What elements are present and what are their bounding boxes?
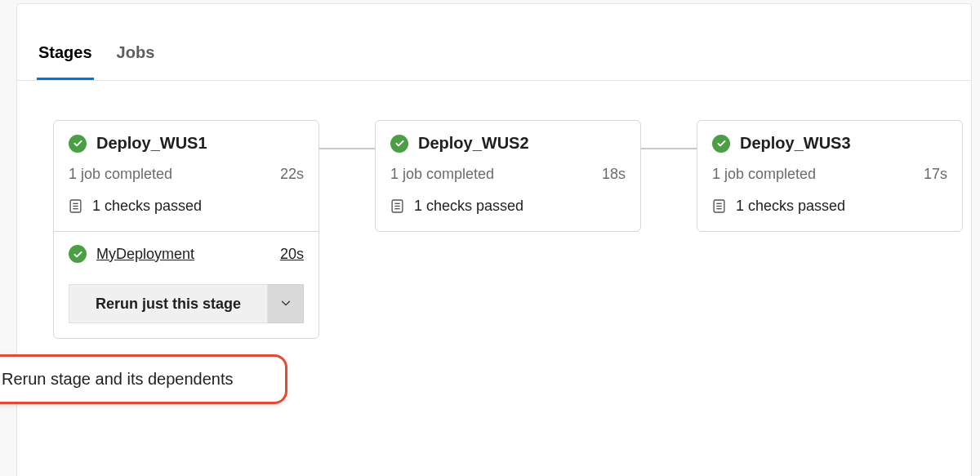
stage-checks[interactable]: 1 checks passed bbox=[54, 198, 318, 231]
stage-header: Deploy_WUS1 bbox=[54, 121, 318, 162]
stages-row: Deploy_WUS1 1 job completed 22s 1 checks… bbox=[53, 120, 935, 339]
rerun-dropdown-item[interactable]: Rerun stage and its dependents bbox=[0, 354, 287, 404]
rerun-stage-button[interactable]: Rerun just this stage bbox=[69, 284, 268, 323]
status-success-icon bbox=[69, 135, 87, 153]
checklist-icon bbox=[69, 199, 82, 213]
rerun-dropdown-toggle[interactable] bbox=[268, 284, 304, 323]
stage-header: Deploy_WUS2 bbox=[376, 121, 640, 162]
stage-duration: 17s bbox=[924, 166, 947, 183]
chevron-down-icon bbox=[280, 297, 292, 311]
stage-header: Deploy_WUS3 bbox=[697, 121, 962, 162]
stage-name: Deploy_WUS2 bbox=[418, 134, 529, 153]
stage-card[interactable]: Deploy_WUS1 1 job completed 22s 1 checks… bbox=[53, 120, 319, 339]
stage-checks[interactable]: 1 checks passed bbox=[697, 198, 962, 231]
stage-checks-text: 1 checks passed bbox=[414, 198, 523, 215]
job-duration-link[interactable]: 20s bbox=[280, 246, 304, 263]
rerun-split-button: Rerun just this stage bbox=[69, 284, 304, 323]
job-name-link[interactable]: MyDeployment bbox=[96, 246, 270, 263]
checklist-icon bbox=[390, 199, 404, 213]
stage-job-panel: MyDeployment 20s Rerun just this stage bbox=[54, 231, 318, 338]
stage-summary: 1 job completed 22s bbox=[54, 162, 318, 198]
tab-jobs[interactable]: Jobs bbox=[115, 35, 157, 80]
stage-summary: 1 job completed 17s bbox=[697, 162, 962, 198]
stage-checks-text: 1 checks passed bbox=[736, 198, 845, 215]
stage-connector bbox=[319, 148, 375, 149]
stage-name: Deploy_WUS3 bbox=[740, 134, 851, 153]
status-success-icon bbox=[712, 135, 730, 153]
status-success-icon bbox=[69, 245, 87, 263]
status-success-icon bbox=[390, 135, 408, 153]
tab-stages[interactable]: Stages bbox=[37, 35, 94, 80]
stage-checks[interactable]: 1 checks passed bbox=[376, 198, 640, 231]
stage-connector bbox=[641, 148, 697, 149]
checklist-icon bbox=[712, 199, 726, 213]
stages-canvas: Deploy_WUS1 1 job completed 22s 1 checks… bbox=[17, 81, 971, 378]
tabs-bar: Stages Jobs bbox=[17, 4, 971, 81]
stage-summary: 1 job completed 18s bbox=[376, 162, 640, 198]
stage-jobs-summary: 1 job completed bbox=[712, 166, 816, 183]
stage-card[interactable]: Deploy_WUS2 1 job completed 18s 1 checks… bbox=[375, 120, 641, 232]
job-row: MyDeployment 20s bbox=[69, 245, 304, 263]
stage-duration: 18s bbox=[602, 166, 626, 183]
pipeline-container: Stages Jobs Deploy_WUS1 1 job completed … bbox=[16, 3, 972, 476]
stage-duration: 22s bbox=[280, 166, 304, 183]
stage-card[interactable]: Deploy_WUS3 1 job completed 17s 1 checks… bbox=[697, 120, 963, 232]
stage-jobs-summary: 1 job completed bbox=[69, 166, 172, 183]
stage-checks-text: 1 checks passed bbox=[92, 198, 202, 215]
stage-jobs-summary: 1 job completed bbox=[390, 166, 494, 183]
stage-name: Deploy_WUS1 bbox=[96, 134, 207, 153]
